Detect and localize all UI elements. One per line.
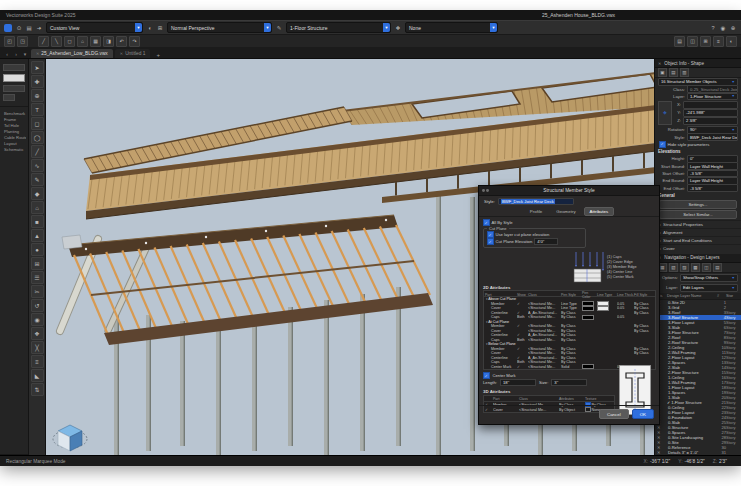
navigation-palette-title[interactable]: ✕ Navigation - Design Layers — [655, 254, 741, 263]
grid-tool-icon[interactable]: ⊞ — [31, 257, 44, 270]
text-tool-icon[interactable]: T — [31, 103, 44, 116]
projection-dropdown[interactable]: Normal Perspective▼ — [167, 22, 272, 33]
grid-icon[interactable]: ⊞ — [700, 36, 711, 47]
panel-mode-icon[interactable]: ▦ — [90, 36, 101, 47]
zoom-tool-icon[interactable]: ⊕ — [31, 89, 44, 102]
viewports-tab-icon[interactable]: ▩ — [691, 263, 700, 272]
layers-icon[interactable]: ▤ — [674, 36, 685, 47]
clip-tool-icon[interactable]: ╳ — [31, 341, 44, 354]
visibility-toggle[interactable]: ✕ — [657, 450, 667, 455]
list-icon[interactable]: ≡ — [713, 36, 724, 47]
snap-object-icon[interactable]: ◳ — [17, 36, 28, 47]
mirror-tool-icon[interactable]: ╲ — [51, 36, 62, 47]
info-value-field[interactable]: Layer Wall Height — [687, 162, 738, 170]
stack-tool-icon[interactable]: ☰ — [31, 271, 44, 284]
line-tool-icon[interactable]: ╱ — [31, 145, 44, 158]
mode-box-icon[interactable]: ◻ — [64, 36, 75, 47]
x-field[interactable] — [683, 101, 738, 109]
dialog-tab[interactable]: Geometry — [550, 207, 581, 216]
tool-list-item[interactable]: Benchmark — [2, 110, 26, 116]
view-cube-widget[interactable] — [53, 425, 87, 451]
tab-menu-icon[interactable]: ▾ — [21, 50, 29, 58]
dialog-title-bar[interactable]: Structural Member Style — [479, 186, 659, 196]
lock-icon[interactable]: ⊙ — [15, 24, 23, 32]
target-tool-icon[interactable]: ◉ — [31, 313, 44, 326]
dialog-tab[interactable]: Profile — [524, 207, 548, 216]
slab-tool-icon[interactable]: ■ — [31, 215, 44, 228]
wall-tool-icon[interactable]: ⌂ — [31, 201, 44, 214]
render-tab-icon[interactable]: ▥ — [680, 68, 689, 77]
house-mode-icon[interactable]: ⌂ — [77, 36, 88, 47]
palette-button[interactable] — [3, 94, 15, 101]
cut-plane-elevation-field[interactable]: 4'0" — [534, 238, 558, 246]
fit-view-icon[interactable]: ➜ — [35, 24, 43, 32]
polygon-tool-icon[interactable]: ◆ — [31, 187, 44, 200]
cancel-button[interactable]: Cancel — [599, 409, 629, 419]
contrast-icon[interactable]: ◐ — [726, 36, 737, 47]
layers-tab-icon[interactable]: ▧ — [669, 263, 678, 272]
shape-tab-icon[interactable]: ▣ — [658, 68, 667, 77]
palette-button[interactable] — [3, 85, 25, 92]
hide-style-checkbox[interactable]: ✓ Hide style parameters — [655, 141, 741, 148]
close-icon[interactable]: ✕ — [36, 51, 39, 56]
rotate-tool-icon[interactable]: ↺ — [31, 299, 44, 312]
close-icon[interactable]: ✕ — [658, 61, 661, 66]
dialog-tab[interactable]: Attributes — [584, 207, 615, 216]
info-value-dropdown[interactable]: 0-25_Structural Deck Joist▼ — [687, 85, 738, 93]
rectangle-tool-icon[interactable]: ◻ — [31, 117, 44, 130]
move-tool-icon[interactable]: ⇅ — [31, 383, 44, 396]
collapsible-section[interactable]: Start and End Conditions — [655, 236, 741, 244]
align-tool-icon[interactable]: ≡ — [31, 355, 44, 368]
window-buttons[interactable] — [482, 189, 489, 192]
search-icon[interactable]: ⊕ — [729, 24, 737, 32]
style-name-field[interactable]: BWF_Deck Joist Rear Deck — [498, 198, 574, 206]
offset-tool-icon[interactable]: ╱ — [38, 36, 49, 47]
document-tab[interactable]: ✕ 25_Ashenden_Low_BLDG.vwx — [31, 49, 113, 58]
document-tab[interactable]: ✕ Untitled 1 — [115, 49, 151, 58]
close-icon[interactable]: ✕ — [120, 51, 123, 56]
file-menu-icon[interactable]: ▤ — [25, 24, 33, 32]
nav-option-dropdown[interactable]: Edit Layers▼ — [680, 284, 738, 292]
y-field[interactable]: -24'1.988" — [683, 109, 738, 117]
active-class-dropdown[interactable]: None▼ — [405, 22, 498, 33]
back-icon[interactable]: ‹ — [3, 50, 11, 58]
attribute-row[interactable]: ✓ Cover <Structural Me... By Object None — [484, 407, 614, 412]
columns-icon[interactable]: ◫ — [687, 36, 698, 47]
fillet-tool-icon[interactable]: ◣ — [31, 369, 44, 382]
layer-row[interactable]: ✕ Details 3" = 1'-0" 31 — [655, 450, 741, 455]
object-info-palette-title[interactable]: ✕ Object Info - Shape — [655, 59, 741, 68]
all-by-style-checkbox[interactable]: ✓ All By Style — [483, 219, 655, 226]
column-tool-icon[interactable]: ● — [31, 243, 44, 256]
oip-button[interactable]: Settings... — [659, 200, 737, 209]
collapsible-section[interactable]: Alignment — [655, 228, 741, 236]
pen-icon[interactable]: ✎ — [275, 24, 283, 32]
oip-button[interactable]: Select Similar... — [659, 210, 737, 219]
clip-cube-icon[interactable]: ⊞ — [156, 24, 164, 32]
roof-tool-icon[interactable]: ▲ — [31, 229, 44, 242]
class-icon[interactable]: ❖ — [394, 24, 402, 32]
data-tab-icon[interactable]: ▤ — [669, 68, 678, 77]
redo-icon[interactable]: ↷ — [129, 36, 140, 47]
palette-input[interactable] — [3, 74, 25, 82]
tool-list-item[interactable]: Schematic — [2, 146, 26, 152]
forward-icon[interactable]: › — [12, 50, 20, 58]
palette-button[interactable] — [3, 64, 25, 71]
render-mode-icon[interactable]: ◐ — [146, 24, 154, 32]
saved-views-dropdown[interactable]: Custom View▼ — [46, 22, 143, 33]
tool-list-item[interactable]: Cable Route — [2, 134, 26, 140]
trim-tool-icon[interactable]: ✂ — [31, 285, 44, 298]
active-layer-dropdown[interactable]: 1-Floor Structure▼ — [286, 22, 391, 33]
references-tab-icon[interactable]: ▤ — [713, 263, 722, 272]
undo-icon[interactable]: ↶ — [116, 36, 127, 47]
symbol-tool-icon[interactable]: ❖ — [31, 327, 44, 340]
selection-tool-icon[interactable]: ➤ — [31, 61, 44, 74]
collapsible-section[interactable]: Structural Properties — [655, 220, 741, 228]
saved-views-tab-icon[interactable]: ◫ — [702, 263, 711, 272]
circle-tool-icon[interactable]: ◯ — [31, 131, 44, 144]
snap-grid-icon[interactable]: ◰ — [4, 36, 15, 47]
z-field[interactable]: 2 3/8" — [683, 117, 738, 125]
texture-checkbox[interactable] — [585, 407, 591, 413]
stories-tab-icon[interactable]: ▨ — [680, 263, 689, 272]
length-field[interactable]: 18" — [500, 379, 536, 387]
position-anchor-icon[interactable]: ⌖ — [658, 101, 672, 125]
